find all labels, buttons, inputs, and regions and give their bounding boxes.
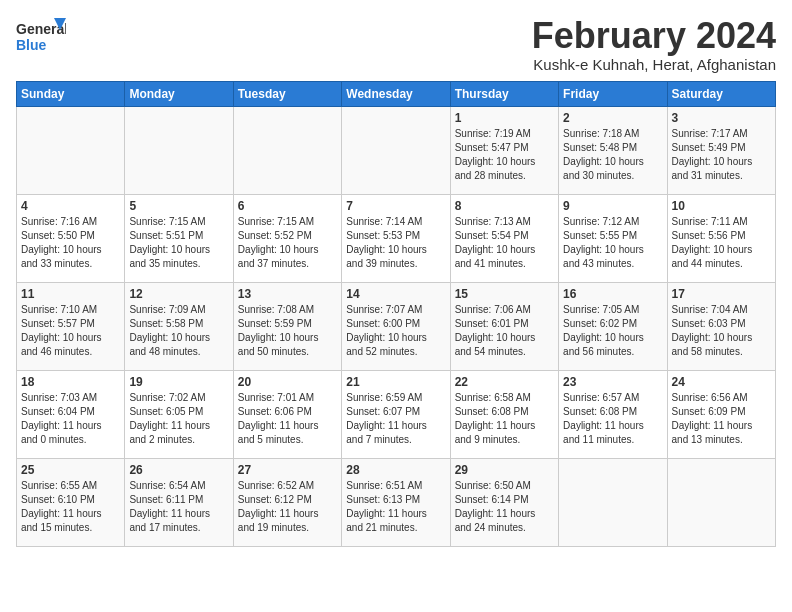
day-number: 17	[672, 287, 771, 301]
day-info: Sunrise: 7:14 AM Sunset: 5:53 PM Dayligh…	[346, 215, 445, 271]
day-number: 13	[238, 287, 337, 301]
day-info: Sunrise: 7:05 AM Sunset: 6:02 PM Dayligh…	[563, 303, 662, 359]
day-number: 20	[238, 375, 337, 389]
title-block: February 2024 Kushk-e Kuhnah, Herat, Afg…	[532, 16, 776, 73]
calendar-cell: 22Sunrise: 6:58 AM Sunset: 6:08 PM Dayli…	[450, 370, 558, 458]
day-info: Sunrise: 7:15 AM Sunset: 5:52 PM Dayligh…	[238, 215, 337, 271]
calendar-cell: 25Sunrise: 6:55 AM Sunset: 6:10 PM Dayli…	[17, 458, 125, 546]
day-info: Sunrise: 7:01 AM Sunset: 6:06 PM Dayligh…	[238, 391, 337, 447]
calendar-cell: 1Sunrise: 7:19 AM Sunset: 5:47 PM Daylig…	[450, 106, 558, 194]
day-info: Sunrise: 7:03 AM Sunset: 6:04 PM Dayligh…	[21, 391, 120, 447]
calendar-cell: 13Sunrise: 7:08 AM Sunset: 5:59 PM Dayli…	[233, 282, 341, 370]
calendar-week-row: 11Sunrise: 7:10 AM Sunset: 5:57 PM Dayli…	[17, 282, 776, 370]
day-number: 22	[455, 375, 554, 389]
calendar-cell: 12Sunrise: 7:09 AM Sunset: 5:58 PM Dayli…	[125, 282, 233, 370]
calendar-cell: 16Sunrise: 7:05 AM Sunset: 6:02 PM Dayli…	[559, 282, 667, 370]
calendar-cell: 9Sunrise: 7:12 AM Sunset: 5:55 PM Daylig…	[559, 194, 667, 282]
calendar-cell: 5Sunrise: 7:15 AM Sunset: 5:51 PM Daylig…	[125, 194, 233, 282]
day-of-week-header: Monday	[125, 81, 233, 106]
day-info: Sunrise: 7:11 AM Sunset: 5:56 PM Dayligh…	[672, 215, 771, 271]
day-info: Sunrise: 7:08 AM Sunset: 5:59 PM Dayligh…	[238, 303, 337, 359]
day-info: Sunrise: 7:06 AM Sunset: 6:01 PM Dayligh…	[455, 303, 554, 359]
day-number: 4	[21, 199, 120, 213]
calendar-table: SundayMondayTuesdayWednesdayThursdayFrid…	[16, 81, 776, 547]
calendar-cell: 14Sunrise: 7:07 AM Sunset: 6:00 PM Dayli…	[342, 282, 450, 370]
day-number: 28	[346, 463, 445, 477]
day-of-week-header: Thursday	[450, 81, 558, 106]
day-number: 3	[672, 111, 771, 125]
day-info: Sunrise: 7:17 AM Sunset: 5:49 PM Dayligh…	[672, 127, 771, 183]
calendar-cell	[17, 106, 125, 194]
day-number: 6	[238, 199, 337, 213]
calendar-cell: 6Sunrise: 7:15 AM Sunset: 5:52 PM Daylig…	[233, 194, 341, 282]
page-header: General Blue February 2024 Kushk-e Kuhna…	[16, 16, 776, 73]
calendar-cell: 18Sunrise: 7:03 AM Sunset: 6:04 PM Dayli…	[17, 370, 125, 458]
svg-text:Blue: Blue	[16, 37, 47, 53]
day-number: 5	[129, 199, 228, 213]
day-info: Sunrise: 6:56 AM Sunset: 6:09 PM Dayligh…	[672, 391, 771, 447]
day-info: Sunrise: 6:59 AM Sunset: 6:07 PM Dayligh…	[346, 391, 445, 447]
location: Kushk-e Kuhnah, Herat, Afghanistan	[532, 56, 776, 73]
day-number: 8	[455, 199, 554, 213]
calendar-cell: 3Sunrise: 7:17 AM Sunset: 5:49 PM Daylig…	[667, 106, 775, 194]
day-of-week-header: Sunday	[17, 81, 125, 106]
day-of-week-header: Friday	[559, 81, 667, 106]
calendar-cell: 20Sunrise: 7:01 AM Sunset: 6:06 PM Dayli…	[233, 370, 341, 458]
day-number: 19	[129, 375, 228, 389]
calendar-cell	[233, 106, 341, 194]
calendar-header-row: SundayMondayTuesdayWednesdayThursdayFrid…	[17, 81, 776, 106]
day-of-week-header: Tuesday	[233, 81, 341, 106]
day-number: 18	[21, 375, 120, 389]
calendar-cell: 7Sunrise: 7:14 AM Sunset: 5:53 PM Daylig…	[342, 194, 450, 282]
calendar-cell: 27Sunrise: 6:52 AM Sunset: 6:12 PM Dayli…	[233, 458, 341, 546]
calendar-cell: 15Sunrise: 7:06 AM Sunset: 6:01 PM Dayli…	[450, 282, 558, 370]
calendar-cell	[559, 458, 667, 546]
calendar-cell	[342, 106, 450, 194]
calendar-body: 1Sunrise: 7:19 AM Sunset: 5:47 PM Daylig…	[17, 106, 776, 546]
day-info: Sunrise: 7:07 AM Sunset: 6:00 PM Dayligh…	[346, 303, 445, 359]
calendar-cell: 17Sunrise: 7:04 AM Sunset: 6:03 PM Dayli…	[667, 282, 775, 370]
day-info: Sunrise: 7:15 AM Sunset: 5:51 PM Dayligh…	[129, 215, 228, 271]
calendar-cell: 19Sunrise: 7:02 AM Sunset: 6:05 PM Dayli…	[125, 370, 233, 458]
day-number: 2	[563, 111, 662, 125]
day-info: Sunrise: 7:09 AM Sunset: 5:58 PM Dayligh…	[129, 303, 228, 359]
day-info: Sunrise: 6:51 AM Sunset: 6:13 PM Dayligh…	[346, 479, 445, 535]
month-title: February 2024	[532, 16, 776, 56]
day-number: 12	[129, 287, 228, 301]
calendar-cell	[125, 106, 233, 194]
day-number: 10	[672, 199, 771, 213]
day-info: Sunrise: 7:10 AM Sunset: 5:57 PM Dayligh…	[21, 303, 120, 359]
logo: General Blue	[16, 16, 66, 60]
calendar-cell: 2Sunrise: 7:18 AM Sunset: 5:48 PM Daylig…	[559, 106, 667, 194]
day-number: 29	[455, 463, 554, 477]
day-of-week-header: Wednesday	[342, 81, 450, 106]
day-number: 9	[563, 199, 662, 213]
day-info: Sunrise: 7:18 AM Sunset: 5:48 PM Dayligh…	[563, 127, 662, 183]
calendar-week-row: 18Sunrise: 7:03 AM Sunset: 6:04 PM Dayli…	[17, 370, 776, 458]
day-info: Sunrise: 6:50 AM Sunset: 6:14 PM Dayligh…	[455, 479, 554, 535]
day-number: 16	[563, 287, 662, 301]
day-info: Sunrise: 7:02 AM Sunset: 6:05 PM Dayligh…	[129, 391, 228, 447]
logo-icon: General Blue	[16, 16, 66, 60]
day-number: 23	[563, 375, 662, 389]
day-number: 26	[129, 463, 228, 477]
day-of-week-header: Saturday	[667, 81, 775, 106]
day-number: 24	[672, 375, 771, 389]
day-number: 7	[346, 199, 445, 213]
calendar-week-row: 1Sunrise: 7:19 AM Sunset: 5:47 PM Daylig…	[17, 106, 776, 194]
day-number: 21	[346, 375, 445, 389]
calendar-cell: 28Sunrise: 6:51 AM Sunset: 6:13 PM Dayli…	[342, 458, 450, 546]
day-info: Sunrise: 6:58 AM Sunset: 6:08 PM Dayligh…	[455, 391, 554, 447]
calendar-cell: 11Sunrise: 7:10 AM Sunset: 5:57 PM Dayli…	[17, 282, 125, 370]
day-info: Sunrise: 7:13 AM Sunset: 5:54 PM Dayligh…	[455, 215, 554, 271]
day-info: Sunrise: 6:52 AM Sunset: 6:12 PM Dayligh…	[238, 479, 337, 535]
day-info: Sunrise: 7:19 AM Sunset: 5:47 PM Dayligh…	[455, 127, 554, 183]
calendar-cell: 24Sunrise: 6:56 AM Sunset: 6:09 PM Dayli…	[667, 370, 775, 458]
calendar-cell: 26Sunrise: 6:54 AM Sunset: 6:11 PM Dayli…	[125, 458, 233, 546]
calendar-week-row: 4Sunrise: 7:16 AM Sunset: 5:50 PM Daylig…	[17, 194, 776, 282]
day-info: Sunrise: 7:04 AM Sunset: 6:03 PM Dayligh…	[672, 303, 771, 359]
calendar-week-row: 25Sunrise: 6:55 AM Sunset: 6:10 PM Dayli…	[17, 458, 776, 546]
day-info: Sunrise: 6:54 AM Sunset: 6:11 PM Dayligh…	[129, 479, 228, 535]
day-number: 14	[346, 287, 445, 301]
day-number: 25	[21, 463, 120, 477]
